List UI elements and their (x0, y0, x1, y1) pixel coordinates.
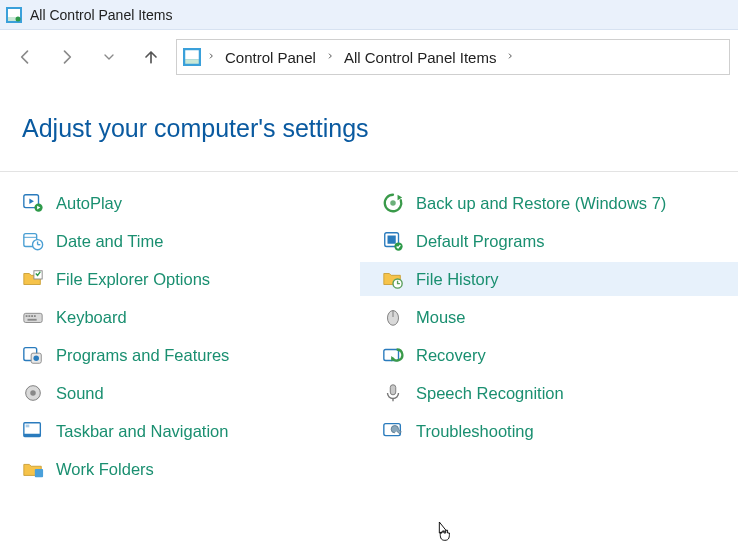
svg-point-12 (390, 200, 396, 206)
item-label: Keyboard (56, 308, 127, 327)
svg-rect-38 (390, 385, 396, 395)
breadcrumb-label: All Control Panel Items (344, 49, 497, 66)
svg-rect-1 (8, 9, 20, 17)
page-heading: Adjust your computer's settings (22, 114, 728, 143)
svg-rect-26 (31, 315, 33, 317)
item-file-explorer-options[interactable]: File Explorer Options (0, 262, 360, 296)
chevron-right-icon[interactable] (506, 50, 514, 64)
recent-locations-dropdown[interactable] (92, 40, 126, 74)
breadcrumb-all-items[interactable]: All Control Panel Items (340, 45, 501, 70)
item-keyboard[interactable]: Keyboard (0, 300, 360, 334)
item-label: Sound (56, 384, 104, 403)
item-sound[interactable]: Sound (0, 376, 360, 410)
svg-rect-25 (28, 315, 30, 317)
item-label: Programs and Features (56, 346, 229, 365)
chevron-right-icon[interactable] (207, 50, 215, 64)
svg-rect-19 (388, 236, 396, 244)
microphone-icon (382, 382, 404, 404)
control-panel-icon (6, 7, 22, 23)
svg-rect-28 (28, 319, 37, 321)
item-default-programs[interactable]: Default Programs (360, 224, 738, 258)
item-label: Taskbar and Navigation (56, 422, 228, 441)
navigation-bar: Control Panel All Control Panel Items (0, 30, 738, 84)
heading-divider (0, 171, 738, 172)
svg-point-37 (30, 390, 36, 396)
pointer-cursor-icon (432, 520, 454, 549)
default-programs-icon (382, 230, 404, 252)
svg-rect-44 (35, 469, 43, 477)
control-panel-items-grid: AutoPlay Back up and Restore (Windows 7)… (0, 186, 738, 486)
mouse-icon (382, 306, 404, 328)
page-heading-row: Adjust your computer's settings (0, 84, 738, 163)
item-date-and-time[interactable]: Date and Time (0, 224, 360, 258)
item-label: Speech Recognition (416, 384, 564, 403)
item-programs-and-features[interactable]: Programs and Features (0, 338, 360, 372)
item-label: Default Programs (416, 232, 544, 251)
control-panel-icon (183, 48, 201, 66)
item-work-folders[interactable]: Work Folders (0, 452, 360, 486)
backup-restore-icon (382, 192, 404, 214)
item-file-history[interactable]: File History (360, 262, 738, 296)
item-backup-and-restore[interactable]: Back up and Restore (Windows 7) (360, 186, 738, 220)
item-troubleshooting[interactable]: Troubleshooting (360, 414, 738, 448)
svg-rect-27 (34, 315, 36, 317)
breadcrumb-label: Control Panel (225, 49, 316, 66)
item-taskbar-and-navigation[interactable]: Taskbar and Navigation (0, 414, 360, 448)
up-button[interactable] (134, 40, 168, 74)
svg-point-33 (33, 355, 39, 361)
speaker-icon (22, 382, 44, 404)
recovery-icon (382, 344, 404, 366)
item-speech-recognition[interactable]: Speech Recognition (360, 376, 738, 410)
breadcrumb-control-panel[interactable]: Control Panel (221, 45, 320, 70)
svg-rect-5 (185, 50, 199, 59)
window-title: All Control Panel Items (30, 7, 172, 23)
item-label: File Explorer Options (56, 270, 210, 289)
svg-rect-23 (24, 313, 42, 322)
item-label: Troubleshooting (416, 422, 534, 441)
svg-rect-24 (26, 315, 28, 317)
programs-features-icon (22, 344, 44, 366)
item-label: Mouse (416, 308, 466, 327)
work-folders-icon (22, 458, 44, 480)
autoplay-icon (22, 192, 44, 214)
item-recovery[interactable]: Recovery (360, 338, 738, 372)
address-bar[interactable]: Control Panel All Control Panel Items (176, 39, 730, 75)
file-history-icon (382, 268, 404, 290)
taskbar-icon (22, 420, 44, 442)
item-label: Back up and Restore (Windows 7) (416, 194, 666, 213)
clock-calendar-icon (22, 230, 44, 252)
svg-rect-42 (26, 425, 30, 428)
item-label: Recovery (416, 346, 486, 365)
folder-options-icon (22, 268, 44, 290)
chevron-right-icon[interactable] (326, 50, 334, 64)
item-mouse[interactable]: Mouse (360, 300, 738, 334)
item-label: Work Folders (56, 460, 154, 479)
keyboard-icon (22, 306, 44, 328)
item-label: Date and Time (56, 232, 163, 251)
back-button[interactable] (8, 40, 42, 74)
item-autoplay[interactable]: AutoPlay (0, 186, 360, 220)
item-label: AutoPlay (56, 194, 122, 213)
forward-button[interactable] (50, 40, 84, 74)
svg-rect-6 (185, 59, 199, 64)
troubleshooting-icon (382, 420, 404, 442)
window-titlebar: All Control Panel Items (0, 0, 738, 30)
item-label: File History (416, 270, 499, 289)
svg-rect-41 (24, 434, 41, 437)
svg-point-3 (16, 16, 21, 21)
